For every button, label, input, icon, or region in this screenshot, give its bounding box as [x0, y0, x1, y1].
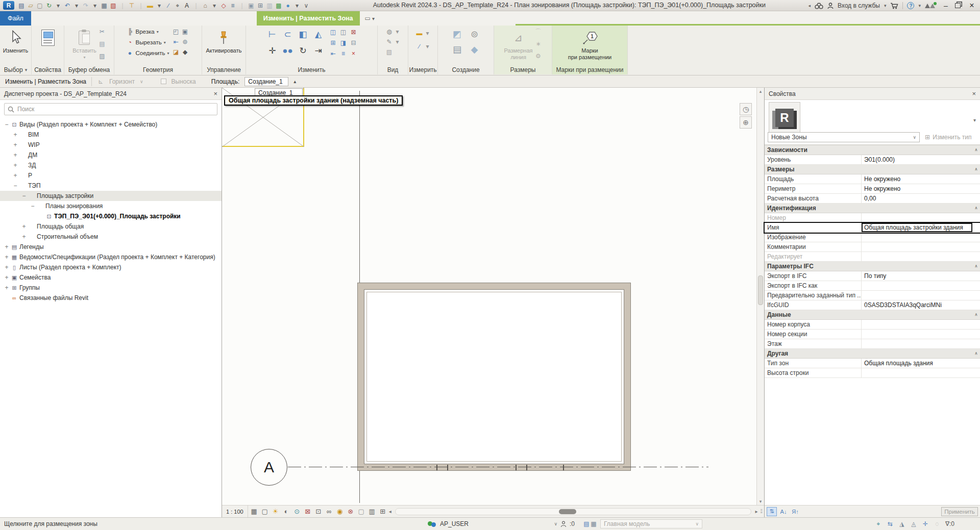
view-tool-icon[interactable]: ▾	[394, 38, 401, 46]
help-caret-icon[interactable]: ▾	[918, 3, 921, 8]
section-collapse-icon[interactable]	[972, 330, 980, 339]
property-row[interactable]: Площадь Не окружено	[765, 174, 980, 184]
modify-tool-small-icon[interactable]: ⊟	[350, 39, 357, 47]
hscroll-right-arrow-icon[interactable]: ▸	[755, 509, 757, 514]
property-value[interactable]: Не окружено	[862, 174, 972, 184]
view-control-icon[interactable]: ▢	[358, 508, 365, 516]
section-collapse-icon[interactable]	[972, 291, 980, 300]
tree-expander[interactable]: −	[3, 121, 10, 128]
apply-button[interactable]: Применить	[941, 507, 978, 516]
geometry-tool-button[interactable]: ●Соединить▾	[126, 48, 169, 58]
property-row[interactable]: Экспорт в IFC как	[765, 281, 980, 291]
modify-tool-icon[interactable]: ✛	[268, 47, 276, 55]
property-value[interactable]: 0,00	[862, 194, 972, 203]
sort-default-button[interactable]: ⇅	[767, 507, 777, 516]
property-value[interactable]: Общая площадь здания	[862, 359, 972, 368]
property-row[interactable]: Изображение	[765, 233, 980, 242]
tree-expander[interactable]: +	[20, 233, 28, 240]
geometry-extra-icon[interactable]: ◆	[182, 48, 189, 56]
ribbon-tab[interactable]	[84, 11, 97, 26]
modify-tool-icon[interactable]: ↻	[299, 47, 306, 55]
grid-line-A[interactable]	[288, 467, 708, 467]
section-collapse-icon[interactable]: ∧	[972, 349, 980, 358]
view-control-icon[interactable]: ◉	[336, 508, 344, 516]
tree-item[interactable]: − Площадь застройки	[0, 191, 222, 201]
tree-item[interactable]: + Строительный объем	[0, 232, 222, 242]
geometry-extra-icon[interactable]: ◰	[173, 28, 180, 36]
view-control-icon[interactable]: ◐	[283, 508, 290, 516]
property-value[interactable]: 0SASD3DSTAIA3qQarciMNi	[862, 300, 972, 310]
create-tool-icon[interactable]: ▤	[453, 45, 461, 54]
resize-grip[interactable]: ⁞⁞	[760, 509, 762, 514]
property-value[interactable]	[862, 213, 972, 222]
property-row[interactable]: Параметры IFC ∧	[765, 262, 980, 271]
qat-icon[interactable]: ◇	[220, 2, 227, 10]
dimension-extra-icon[interactable]: ⌒	[534, 28, 542, 36]
modify-tool-icon[interactable]: ◧	[299, 31, 307, 39]
close-button[interactable]: ×	[967, 1, 977, 10]
ribbon-tab[interactable]	[177, 11, 190, 26]
drawing-canvas[interactable]: A Создание_1 Общая площадь застройки зда…	[222, 88, 764, 517]
section-collapse-icon[interactable]: ∧	[972, 145, 980, 155]
property-row[interactable]: Высота строки	[765, 368, 980, 378]
active-workset-combo[interactable]: Главная модель∨	[600, 519, 702, 528]
property-row[interactable]: Комментарии	[765, 242, 980, 252]
property-value[interactable]	[862, 281, 972, 290]
area-combo-caret-icon[interactable]: ▴	[293, 79, 296, 84]
qat-icon[interactable]: ▱	[27, 2, 34, 10]
sign-in-caret-icon[interactable]: ▾	[884, 3, 887, 8]
view-control-icon[interactable]: ⊞	[379, 508, 386, 516]
tree-item[interactable]: + Площадь общая	[0, 221, 222, 232]
qat-icon[interactable]: ≡	[229, 2, 236, 10]
ribbon-tab[interactable]	[204, 11, 217, 26]
tree-item[interactable]: + ЗД	[0, 160, 222, 170]
property-row[interactable]: Тип зон Общая площадь здания	[765, 359, 980, 368]
property-value[interactable]	[862, 330, 972, 339]
property-value[interactable]	[869, 262, 973, 271]
view-tool-icon[interactable]: ✎	[386, 38, 393, 46]
sign-in-label[interactable]: Вход в службы	[838, 2, 880, 9]
property-value[interactable]	[869, 165, 973, 174]
tree-expander[interactable]: +	[12, 152, 19, 159]
canvas-vertical-scrollbar[interactable]: ▴ ▾	[756, 88, 764, 505]
tree-item[interactable]: + Р	[0, 170, 222, 181]
selection-option-icon[interactable]: ⌖	[875, 520, 882, 528]
revit-app-icon[interactable]: R	[3, 1, 14, 10]
ribbon-tab[interactable]	[230, 11, 243, 26]
property-value[interactable]	[862, 233, 972, 242]
ribbon-tab[interactable]	[164, 11, 177, 26]
section-collapse-icon[interactable]	[972, 320, 980, 329]
property-row[interactable]: IfcGUID 0SASD3DSTAIA3qQarciMNi	[765, 300, 980, 310]
ribbon-tab[interactable]	[97, 11, 111, 26]
property-value[interactable]	[862, 320, 972, 329]
tree-item[interactable]: + ▤ Легенды	[0, 242, 222, 252]
tree-expander[interactable]: +	[3, 243, 10, 250]
properties-header[interactable]: Свойства ×	[765, 88, 980, 100]
selection-option-icon[interactable]: ⇆	[887, 520, 894, 528]
qat-icon[interactable]: ●	[284, 2, 291, 10]
tree-item[interactable]: ⊡ ТЭП_ПЭ_Э01(+0.000)_Площадь застройки	[0, 211, 222, 221]
building-outline[interactable]	[357, 283, 631, 471]
measure-tool-icon[interactable]: ∕	[416, 42, 423, 51]
modify-tool-small-icon[interactable]: ◫	[340, 28, 347, 36]
qat-icon[interactable]: ⊞	[257, 2, 264, 10]
tab-contextual-modify-place-zone[interactable]: Изменить | Разместить Зона	[257, 11, 360, 26]
tag-on-placement-button[interactable]: 1 Маркипри размещении	[568, 27, 612, 64]
section-collapse-icon[interactable]	[972, 359, 980, 368]
section-collapse-icon[interactable]	[972, 233, 980, 242]
view-control-icon[interactable]: ⊡	[315, 508, 322, 516]
qat-icon[interactable]: ⌖	[174, 2, 181, 10]
leader-checkbox[interactable]	[161, 79, 166, 84]
tree-item[interactable]: − ⊡ Виды (Раздел проекта + Комплект + Се…	[0, 119, 222, 130]
view-tool-icon[interactable]: ▧	[386, 48, 393, 56]
activate-button[interactable]: Активировать	[206, 27, 241, 64]
tree-expander[interactable]: +	[12, 162, 19, 169]
section-collapse-icon[interactable]	[972, 281, 980, 290]
qat-icon[interactable]: ▣	[248, 2, 255, 10]
section-collapse-icon[interactable]: ∧	[972, 310, 980, 319]
property-value[interactable]	[869, 204, 973, 213]
collapse-search-icon[interactable]: ◂	[808, 3, 811, 8]
measure-tool-icon[interactable]: ▾	[424, 29, 431, 37]
property-value[interactable]	[862, 339, 972, 348]
view-control-icon[interactable]: ⊗	[347, 508, 354, 516]
